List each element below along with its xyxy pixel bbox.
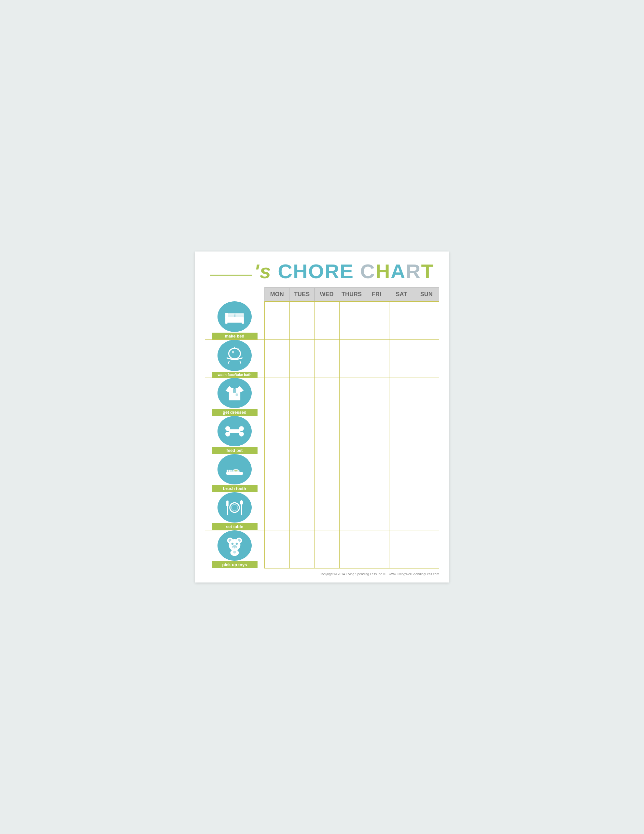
cell-7-7 xyxy=(414,530,439,568)
cell-6-7 xyxy=(414,492,439,530)
cell-3-2 xyxy=(290,378,315,416)
website-text: www.LivingWellSpendingLess.com xyxy=(389,572,439,576)
cell-1-6 xyxy=(389,301,415,339)
chore-get-dressed: get dressed xyxy=(205,378,265,416)
chore-set-table: set table xyxy=(205,492,265,530)
grid-row-3 xyxy=(265,378,439,416)
footer: Copyright © 2014 Living Spending Less In… xyxy=(205,572,439,576)
cell-2-4 xyxy=(340,339,365,378)
cell-7-1 xyxy=(265,530,290,568)
set-table-label: set table xyxy=(212,523,258,530)
bone-icon xyxy=(224,423,245,440)
svg-point-19 xyxy=(239,426,244,431)
cell-1-3 xyxy=(315,301,340,339)
cell-6-1 xyxy=(265,492,290,530)
cell-5-7 xyxy=(414,454,439,492)
get-dressed-circle xyxy=(218,378,252,408)
day-tues: TUES xyxy=(289,288,314,301)
svg-rect-14 xyxy=(234,386,236,389)
wash-face-circle xyxy=(218,340,252,371)
toothbrush-icon xyxy=(224,460,245,478)
svg-point-12 xyxy=(232,351,234,353)
cell-7-6 xyxy=(389,530,415,568)
svg-rect-2 xyxy=(242,322,244,324)
chart-header-row: MON TUES WED THURS FRI SAT SUN xyxy=(205,287,439,301)
chores-column: make bed wash face/take bath xyxy=(205,301,265,569)
pick-up-toys-circle xyxy=(218,530,252,561)
cell-1-1 xyxy=(265,301,290,339)
chart-grid xyxy=(265,301,439,569)
cell-2-6 xyxy=(389,339,415,378)
grid-row-6 xyxy=(265,492,439,530)
cell-2-7 xyxy=(414,339,439,378)
chart-r: R xyxy=(406,260,421,283)
chart-a: A xyxy=(391,260,406,283)
brush-teeth-label: brush teeth xyxy=(212,485,258,492)
cell-6-3 xyxy=(315,492,340,530)
cell-1-5 xyxy=(364,301,389,339)
svg-point-20 xyxy=(239,432,244,436)
cell-4-2 xyxy=(290,416,315,454)
svg-point-17 xyxy=(225,426,230,431)
svg-rect-6 xyxy=(236,314,244,317)
chore-make-bed: make bed xyxy=(205,301,265,339)
day-mon: MON xyxy=(265,288,289,301)
cell-1-4 xyxy=(340,301,365,339)
make-bed-label: make bed xyxy=(212,333,258,339)
chore-word: CHORE xyxy=(278,260,354,283)
shirt-icon xyxy=(224,383,245,403)
cell-7-3 xyxy=(315,530,340,568)
svg-line-10 xyxy=(228,361,229,364)
cell-3-5 xyxy=(364,378,389,416)
svg-point-7 xyxy=(229,348,240,359)
cell-1-2 xyxy=(290,301,315,339)
svg-point-33 xyxy=(240,500,243,505)
title-text: 's CHORE CHART xyxy=(254,261,434,281)
get-dressed-label: get dressed xyxy=(212,409,258,416)
cell-3-4 xyxy=(340,378,365,416)
svg-rect-13 xyxy=(233,389,236,393)
chore-pick-up-toys: pick up toys xyxy=(205,530,265,568)
cell-4-5 xyxy=(364,416,389,454)
day-fri: FRI xyxy=(364,288,389,301)
pick-up-toys-label: pick up toys xyxy=(212,561,258,568)
title-area: 's CHORE CHART xyxy=(205,261,439,281)
chore-header-spacer xyxy=(205,287,265,301)
svg-rect-5 xyxy=(228,314,234,317)
chore-wash-face: wash face/take bath xyxy=(205,339,265,378)
cell-4-3 xyxy=(315,416,340,454)
day-sun: SUN xyxy=(414,288,439,301)
chore-brush-teeth: brush teeth xyxy=(205,454,265,492)
day-sat: SAT xyxy=(389,288,414,301)
title-underline xyxy=(210,275,252,276)
chart-body: make bed wash face/take bath xyxy=(205,301,439,569)
cell-2-1 xyxy=(265,339,290,378)
cell-5-3 xyxy=(315,454,340,492)
svg-rect-23 xyxy=(227,470,228,472)
svg-line-11 xyxy=(240,361,241,364)
svg-point-18 xyxy=(225,432,230,436)
svg-point-40 xyxy=(236,542,238,545)
svg-rect-1 xyxy=(225,322,228,324)
svg-rect-0 xyxy=(225,317,244,323)
cell-7-4 xyxy=(340,530,365,568)
grid-row-7 xyxy=(265,530,439,568)
cell-6-2 xyxy=(290,492,315,530)
svg-rect-16 xyxy=(229,429,240,433)
chore-feed-pet: feed pet xyxy=(205,416,265,454)
chart-h: H xyxy=(375,260,391,283)
set-table-circle xyxy=(218,492,252,522)
cell-1-7 xyxy=(414,301,439,339)
cell-5-2 xyxy=(290,454,315,492)
svg-point-28 xyxy=(231,504,238,511)
cell-5-5 xyxy=(364,454,389,492)
wash-face-label: wash face/take bath xyxy=(212,372,258,378)
brush-teeth-circle xyxy=(218,454,252,485)
cell-2-3 xyxy=(315,339,340,378)
cell-4-6 xyxy=(389,416,415,454)
copyright-text: Copyright © 2014 Living Spending Less In… xyxy=(320,572,385,576)
cell-5-6 xyxy=(389,454,415,492)
cell-5-4 xyxy=(340,454,365,492)
grid-row-2 xyxy=(265,339,439,378)
day-wed: WED xyxy=(315,288,339,301)
